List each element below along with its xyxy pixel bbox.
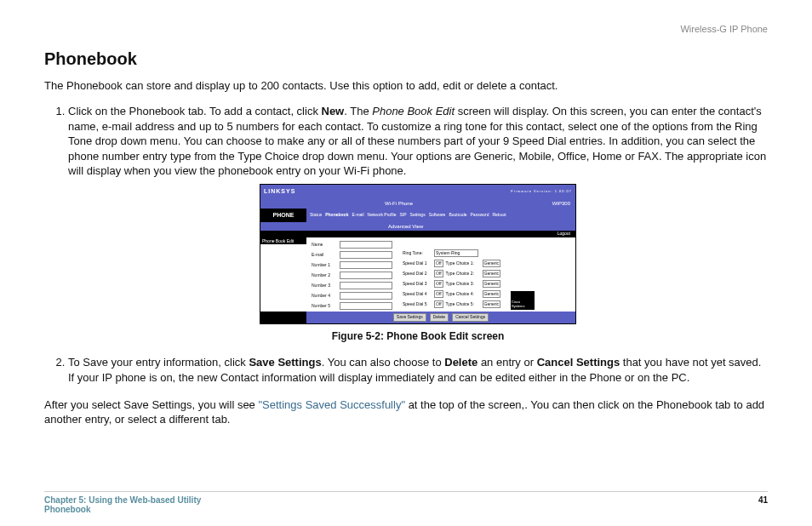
select-tc3[interactable]: Generic [483, 280, 501, 288]
side-header: Phone Book Edit [260, 237, 306, 245]
product-header: Wireless-G IP Phone [680, 24, 768, 34]
tab-sip[interactable]: SIP [400, 212, 407, 218]
input-num3[interactable] [340, 282, 392, 289]
label-email: E-mail [312, 252, 337, 258]
tab-network[interactable]: Network Profile [368, 212, 397, 218]
figure-caption: Figure 5-2: Phone Book Edit screen [68, 329, 768, 343]
page-title: Phonebook [44, 49, 768, 69]
input-email[interactable] [340, 251, 392, 259]
page-number: 41 [758, 495, 768, 514]
select-tc5[interactable]: Generic [483, 300, 501, 308]
save-settings-button[interactable]: Save Settings [393, 313, 426, 322]
tab-phonebook[interactable]: Phonebook [325, 212, 348, 218]
figure-wrap: LINKSYS Firmware Version: 1.00.07 Wi-Fi … [68, 184, 768, 344]
steps-list: Click on the Phonebook tab. To add a con… [44, 104, 768, 386]
select-sd3[interactable]: Off [434, 280, 443, 288]
label-num1: Number 1 [312, 262, 337, 268]
step-2: To Save your entry information, click Sa… [68, 355, 768, 385]
input-num1[interactable] [340, 261, 392, 269]
footer-section: Phonebook [44, 505, 201, 514]
select-sd1[interactable]: Off [434, 260, 443, 267]
cancel-settings-button[interactable]: Cancel Settings [452, 313, 489, 322]
select-tc4[interactable]: Generic [483, 290, 501, 298]
delete-button[interactable]: Delete [430, 313, 449, 322]
bar-model: WIP300 [552, 200, 570, 207]
phone-header: PHONE [260, 209, 306, 222]
brand-logo: LINKSYS [264, 187, 295, 195]
label-sd1: Speed Dial 1 [403, 260, 432, 266]
label-sd4: Speed Dial 4 [403, 291, 432, 297]
label-num3: Number 3 [312, 283, 337, 289]
label-sd3: Speed Dial 3 [403, 281, 432, 287]
label-num4: Number 4 [312, 293, 337, 299]
label-ringtone: Ring Tone: [403, 250, 432, 256]
input-num4[interactable] [340, 292, 392, 300]
tab-email[interactable]: E-mail [352, 212, 363, 218]
tab-settings[interactable]: Settings [410, 212, 426, 218]
label-num2: Number 2 [312, 272, 337, 278]
tab-strip: Status Phonebook E-mail Network Profile … [306, 209, 575, 222]
label-sd2: Speed Dial 2 [403, 271, 432, 277]
label-tc3: Type Choice 3: [446, 281, 480, 287]
step-1: Click on the Phonebook tab. To add a con… [68, 104, 768, 343]
bar-title: Wi-Fi Phone [385, 200, 413, 207]
select-sd5[interactable]: Off [434, 300, 443, 308]
after-note: After you select Save Settings, you will… [44, 397, 768, 427]
label-tc1: Type Choice 1: [446, 260, 480, 266]
intro-paragraph: The Phonebook can store and display up t… [44, 79, 768, 92]
select-tc2[interactable]: Generic [483, 270, 501, 277]
cisco-logo: Cisco Systems [511, 291, 535, 310]
select-ringtone[interactable]: System Ring [434, 249, 478, 257]
label-sd5: Speed Dial 5 [403, 301, 432, 307]
label-tc2: Type Choice 2: [446, 271, 480, 277]
select-sd2[interactable]: Off [434, 270, 443, 277]
logout-link[interactable]: Logout [260, 231, 575, 237]
screenshot-embed: LINKSYS Firmware Version: 1.00.07 Wi-Fi … [260, 184, 576, 324]
footer-chapter: Chapter 5: Using the Web-based Utility [44, 495, 201, 505]
label-tc4: Type Choice 4: [446, 291, 480, 297]
input-num5[interactable] [340, 302, 392, 310]
input-num2[interactable] [340, 272, 392, 279]
tab-status[interactable]: Status [310, 212, 322, 218]
tab-password[interactable]: Password [471, 212, 489, 218]
label-name: Name [312, 242, 337, 248]
tab-reboot[interactable]: Reboot [492, 212, 506, 218]
label-tc5: Type Choice 5: [446, 301, 480, 307]
select-tc1[interactable]: Generic [483, 260, 501, 267]
tab-bootcode[interactable]: Bootcode [449, 212, 466, 218]
input-name[interactable] [340, 241, 392, 249]
label-num5: Number 5 [312, 303, 337, 309]
advanced-view-bar: Advanced View [260, 222, 575, 231]
firmware-label: Firmware Version: 1.00.07 [511, 189, 572, 193]
page-footer: Chapter 5: Using the Web-based Utility P… [44, 491, 768, 514]
select-sd4[interactable]: Off [434, 290, 443, 298]
tab-software[interactable]: Software [429, 212, 446, 218]
